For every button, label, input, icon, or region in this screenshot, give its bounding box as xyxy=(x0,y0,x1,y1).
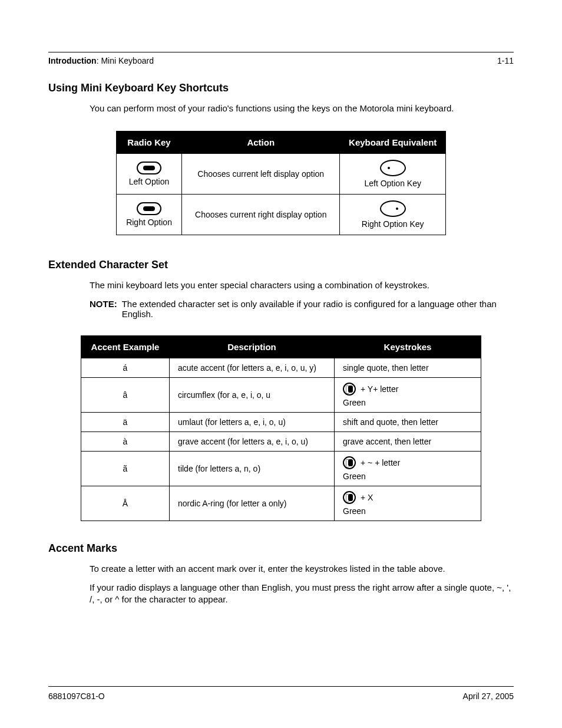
table-row: Å nordic A-ring (for letter a only) + X … xyxy=(81,486,481,521)
key-suffix: + X xyxy=(361,493,373,502)
table-row: à grave accent (for letters a, e, i, o, … xyxy=(81,431,481,451)
action-cell: Chooses current left display option xyxy=(182,154,340,195)
accent-desc: acute accent (for letters a, e, i, o, u,… xyxy=(170,358,335,377)
option-button-icon xyxy=(137,162,161,174)
t2-header-example: Accent Example xyxy=(81,335,170,358)
t2-header-keystrokes: Keystrokes xyxy=(335,335,481,358)
table-row: Left Option Chooses current left display… xyxy=(117,154,446,195)
green-label: Green xyxy=(343,398,472,407)
t1-header-action: Action xyxy=(182,131,340,154)
green-label: Green xyxy=(343,472,472,481)
left-option-key-icon xyxy=(380,160,406,176)
section-heading-accentmarks: Accent Marks xyxy=(48,542,514,555)
option-button-icon xyxy=(137,202,161,215)
accent-example: Å xyxy=(81,486,170,521)
accentmarks-p2: If your radio displays a language other … xyxy=(90,582,514,606)
running-header: Introduction: Mini Keyboard 1-11 xyxy=(48,56,514,65)
green-key-icon xyxy=(343,491,356,504)
accent-example: á xyxy=(81,358,170,377)
header-page-number: 1-11 xyxy=(497,56,514,65)
green-key-icon xyxy=(343,383,356,396)
equiv-label: Left Option Key xyxy=(364,179,421,188)
section-heading-extchar: Extended Character Set xyxy=(48,259,514,271)
footer-date: April 27, 2005 xyxy=(463,691,514,701)
note-text: The extended character set is only avail… xyxy=(122,299,514,319)
keystrokes-cell: shift and quote, then letter xyxy=(335,412,481,431)
accent-example: â xyxy=(81,377,170,412)
shortcuts-intro: You can perform most of your radio's fun… xyxy=(90,103,514,114)
keystrokes-cell: + X Green xyxy=(335,486,481,521)
note-label: NOTE: xyxy=(90,299,117,319)
accent-example: ã xyxy=(81,451,170,486)
note-block: NOTE: The extended character set is only… xyxy=(90,299,514,319)
page-footer: 6881097C81-O April 27, 2005 xyxy=(48,686,514,701)
keystrokes-cell: single quote, then letter xyxy=(335,358,481,377)
t1-header-equiv: Keyboard Equivalent xyxy=(340,131,446,154)
table-row: Right Option Chooses current right displ… xyxy=(117,195,446,235)
table-row: ã tilde (for letters a, n, o) + ~ + lett… xyxy=(81,451,481,486)
table-row: ä umlaut (for letters a, e, i, o, u) shi… xyxy=(81,412,481,431)
accent-desc: tilde (for letters a, n, o) xyxy=(170,451,335,486)
extchar-intro: The mini keyboard lets you enter special… xyxy=(90,279,514,291)
action-cell: Chooses current right display option xyxy=(182,195,340,235)
keystrokes-cell: + Y+ letter Green xyxy=(335,377,481,412)
section-heading-shortcuts: Using Mini Keyboard Key Shortcuts xyxy=(48,82,514,94)
table-row: á acute accent (for letters a, e, i, o, … xyxy=(81,358,481,377)
radio-key-label: Left Option xyxy=(129,177,170,186)
footer-doc-id: 6881097C81-O xyxy=(48,691,105,701)
green-label: Green xyxy=(343,506,472,516)
radio-key-label: Right Option xyxy=(126,218,172,227)
charset-table: Accent Example Description Keystrokes á … xyxy=(81,335,481,521)
t2-header-desc: Description xyxy=(170,335,335,358)
shortcuts-table: Radio Key Action Keyboard Equivalent Lef… xyxy=(116,131,446,235)
accentmarks-p1: To create a letter with an accent mark o… xyxy=(90,563,514,575)
accent-desc: grave accent (for letters a, e, i, o, u) xyxy=(170,431,335,451)
table-row: â circumflex (for a, e, i, o, u + Y+ let… xyxy=(81,377,481,412)
green-key-icon xyxy=(343,456,356,469)
key-suffix: + Y+ letter xyxy=(361,384,398,394)
keystrokes-cell: + ~ + letter Green xyxy=(335,451,481,486)
equiv-label: Right Option Key xyxy=(362,219,424,229)
accent-example: à xyxy=(81,431,170,451)
keystrokes-cell: grave accent, then letter xyxy=(335,431,481,451)
header-section: Introduction xyxy=(48,56,97,65)
right-option-key-icon xyxy=(380,200,406,217)
accent-example: ä xyxy=(81,412,170,431)
accent-desc: umlaut (for letters a, e, i, o, u) xyxy=(170,412,335,431)
t1-header-radio-key: Radio Key xyxy=(117,131,182,154)
key-suffix: + ~ + letter xyxy=(361,458,400,467)
accent-desc: circumflex (for a, e, i, o, u xyxy=(170,377,335,412)
accent-desc: nordic A-ring (for letter a only) xyxy=(170,486,335,521)
header-subsection: Mini Keyboard xyxy=(101,56,154,65)
